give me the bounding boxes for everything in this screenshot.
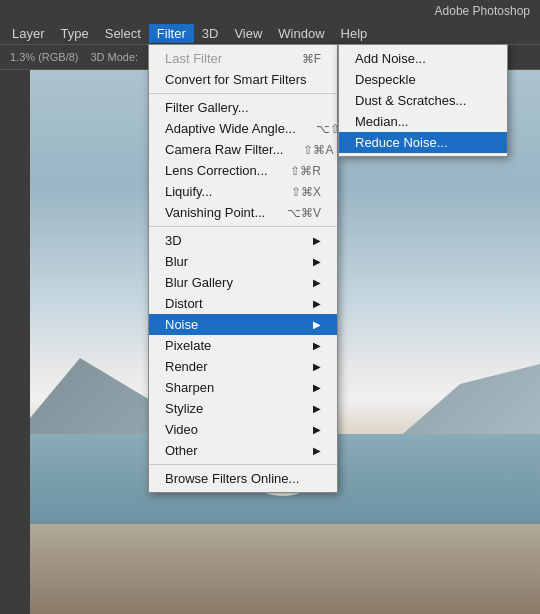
menu-video-sub[interactable]: Video ▶	[149, 419, 337, 440]
noise-submenu: Add Noise... Despeckle Dust & Scratches.…	[338, 44, 508, 157]
filter-dropdown-menu: Last Filter ⌘F Convert for Smart Filters…	[148, 44, 338, 493]
menu-other-sub[interactable]: Other ▶	[149, 440, 337, 461]
menu-filter-gallery[interactable]: Filter Gallery...	[149, 97, 337, 118]
menu-render-sub[interactable]: Render ▶	[149, 356, 337, 377]
color-info: 1.3% (RGB/8)	[4, 51, 84, 63]
menu-adaptive-wide-angle[interactable]: Adaptive Wide Angle... ⌥⇧⌘A	[149, 118, 337, 139]
left-panel	[0, 70, 30, 614]
submenu-dust-scratches[interactable]: Dust & Scratches...	[339, 90, 507, 111]
submenu-add-noise[interactable]: Add Noise...	[339, 48, 507, 69]
menu-window[interactable]: Window	[270, 24, 332, 43]
menu-convert-smart-filters[interactable]: Convert for Smart Filters	[149, 69, 337, 90]
titlebar: Adobe Photoshop	[0, 0, 540, 22]
menu-stylize-sub[interactable]: Stylize ▶	[149, 398, 337, 419]
app-title: Adobe Photoshop	[435, 4, 530, 18]
menu-browse-filters[interactable]: Browse Filters Online...	[149, 468, 337, 489]
separator-1	[149, 93, 337, 94]
menu-3d-sub[interactable]: 3D ▶	[149, 230, 337, 251]
menu-blur-gallery-sub[interactable]: Blur Gallery ▶	[149, 272, 337, 293]
menu-lens-correction[interactable]: Lens Correction... ⇧⌘R	[149, 160, 337, 181]
menu-distort-sub[interactable]: Distort ▶	[149, 293, 337, 314]
menu-noise-sub[interactable]: Noise ▶	[149, 314, 337, 335]
mode-label: 3D Mode:	[84, 51, 144, 63]
menu-pixelate-sub[interactable]: Pixelate ▶	[149, 335, 337, 356]
menu-3d[interactable]: 3D	[194, 24, 227, 43]
menu-sharpen-sub[interactable]: Sharpen ▶	[149, 377, 337, 398]
separator-2	[149, 226, 337, 227]
submenu-reduce-noise[interactable]: Reduce Noise...	[339, 132, 507, 153]
menubar: Layer Type Select Filter 3D View Window …	[0, 22, 540, 44]
menu-filter[interactable]: Filter	[149, 24, 194, 43]
menu-type[interactable]: Type	[53, 24, 97, 43]
menu-blur-sub[interactable]: Blur ▶	[149, 251, 337, 272]
menu-help[interactable]: Help	[333, 24, 376, 43]
menu-vanishing-point[interactable]: Vanishing Point... ⌥⌘V	[149, 202, 337, 223]
menu-view[interactable]: View	[226, 24, 270, 43]
menu-layer[interactable]: Layer	[4, 24, 53, 43]
menu-liquify[interactable]: Liquify... ⇧⌘X	[149, 181, 337, 202]
submenu-median[interactable]: Median...	[339, 111, 507, 132]
separator-3	[149, 464, 337, 465]
submenu-despeckle[interactable]: Despeckle	[339, 69, 507, 90]
menu-camera-raw[interactable]: Camera Raw Filter... ⇧⌘A	[149, 139, 337, 160]
menu-last-filter[interactable]: Last Filter ⌘F	[149, 48, 337, 69]
ground	[0, 524, 540, 614]
menu-select[interactable]: Select	[97, 24, 149, 43]
